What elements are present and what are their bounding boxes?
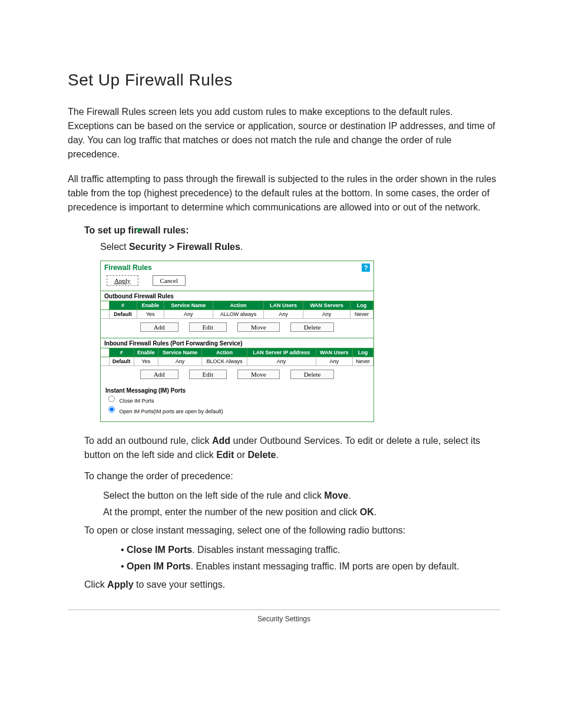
apply-button[interactable]: Apply xyxy=(107,275,138,286)
intro-paragraph-2: All traffic attempting to pass through t… xyxy=(68,172,500,215)
bullet-close-im: Close IM Ports. Disables instant messagi… xyxy=(121,545,500,555)
section-heading: Set Up Firewall Rules xyxy=(68,71,500,90)
step-1: Select Security > Firewall Rules. xyxy=(100,242,500,252)
inbound-add-button[interactable]: Add xyxy=(140,370,178,379)
outbound-section-header: Outbound Firewall Rules xyxy=(101,291,373,301)
table-row[interactable]: DefaultYesAny BLOCK AlwaysAnyAnyNever xyxy=(101,357,373,366)
footer-rule xyxy=(68,610,500,610)
cancel-button[interactable]: Cancel xyxy=(153,275,186,286)
im-section-header: Instant Messaging (IM) Ports xyxy=(105,387,369,394)
footer-text: Security Settings xyxy=(68,615,500,623)
paragraph-add-rule: To add an outbound rule, click Add under… xyxy=(84,434,500,462)
outbound-rules-table: #EnableService Name ActionLAN UsersWAN S… xyxy=(101,301,373,319)
procedure-arrow-icon: ➤ xyxy=(135,225,143,235)
dialog-title: Firewall Rules xyxy=(104,263,152,272)
paragraph-apply: Click Apply to save your settings. xyxy=(84,578,500,592)
table-row[interactable]: DefaultYesAny ALLOW alwaysAnyAnyNever xyxy=(101,310,373,319)
bullet-open-im: Open IM Ports. Enables instant messaging… xyxy=(121,561,500,572)
outbound-add-button[interactable]: Add xyxy=(140,322,178,332)
step-select-move: Select the button on the left side of th… xyxy=(103,490,500,501)
inbound-delete-button[interactable]: Delete xyxy=(290,370,335,379)
outbound-delete-button[interactable]: Delete xyxy=(290,322,335,332)
step-enter-position: At the prompt, enter the number of the n… xyxy=(103,507,500,518)
im-close-radio[interactable]: Close IM Ports xyxy=(108,395,369,406)
inbound-section-header: Inbound Firewall Rules (Port Forwarding … xyxy=(101,338,373,348)
help-icon[interactable]: ? xyxy=(362,263,370,272)
inbound-rules-table: #EnableService Name ActionLAN Server IP … xyxy=(101,348,373,366)
intro-paragraph-1: The Firewall Rules screen lets you add c… xyxy=(68,105,500,162)
paragraph-im: To open or close instant messaging, sele… xyxy=(84,523,500,538)
outbound-edit-button[interactable]: Edit xyxy=(189,322,227,332)
outbound-move-button[interactable]: Move xyxy=(237,322,280,332)
inbound-edit-button[interactable]: Edit xyxy=(189,370,227,379)
firewall-rules-dialog: Firewall Rules ? Apply Cancel Outbound F… xyxy=(100,261,374,422)
im-open-radio[interactable]: Open IM Ports(IM ports are open by defau… xyxy=(108,406,369,416)
inbound-move-button[interactable]: Move xyxy=(237,370,280,379)
paragraph-change-order: To change the order of precedence: xyxy=(84,469,500,483)
